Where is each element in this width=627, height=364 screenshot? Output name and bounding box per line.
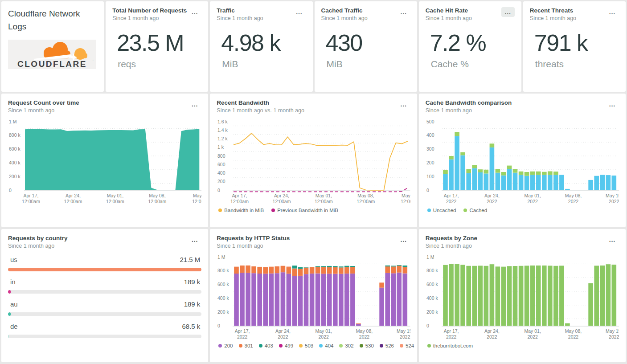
svg-text:2022: 2022 <box>527 334 538 339</box>
svg-text:200: 200 <box>426 160 434 165</box>
legend-item[interactable]: 526 <box>380 343 394 348</box>
card-subtitle: Since 1 month ago <box>321 15 368 21</box>
legend-item[interactable]: 499 <box>279 343 293 348</box>
card-recent-threats: Recent Threats Since 1 month ago … 791 k… <box>523 1 626 92</box>
svg-text:May 1: May 1 <box>402 193 410 198</box>
legend-label: 499 <box>285 343 293 348</box>
legend-item[interactable]: 503 <box>299 343 313 348</box>
legend-label: 530 <box>365 343 374 348</box>
zone-bar-chart[interactable]: 0200 k400 k600 k800 k1 MApr 17,2022Apr 2… <box>426 251 619 342</box>
country-bar-track <box>8 335 201 338</box>
svg-text:2022: 2022 <box>446 334 457 339</box>
card-total-requests: Total Number of Requests Since 1 month a… <box>106 1 208 92</box>
legend-label: Previous Bandwidth in MiB <box>277 208 338 213</box>
card-cache-hit-rate: Cache Hit Rate Since 1 month ago … 7.2 %… <box>419 1 521 92</box>
svg-text:1.6 k: 1.6 k <box>217 119 228 124</box>
legend-item[interactable]: 524 <box>400 343 414 348</box>
svg-text:12:00am: 12:00am <box>357 199 375 204</box>
country-bar-track <box>8 268 201 271</box>
country-value: 21.5 M <box>180 256 200 263</box>
chart-legend: Bandwidth in MiBPrevious Bandwidth in Mi… <box>217 208 410 213</box>
more-menu-icon[interactable]: … <box>188 7 201 17</box>
legend-item[interactable]: 302 <box>339 343 353 348</box>
legend-label: Uncached <box>433 208 456 213</box>
stat-unit: MiB <box>327 59 410 70</box>
svg-text:May 08,: May 08, <box>356 328 373 334</box>
legend-label: 200 <box>224 343 233 348</box>
legend-item[interactable]: theburritobot.com <box>427 343 473 348</box>
svg-text:0: 0 <box>426 323 429 328</box>
more-menu-icon[interactable]: … <box>501 7 515 17</box>
svg-text:400 k: 400 k <box>217 295 229 301</box>
legend-label: 301 <box>245 343 253 348</box>
legend-label: Bandwidth in MiB <box>224 208 264 213</box>
legend-dot-icon <box>380 344 383 348</box>
svg-text:0: 0 <box>217 188 220 193</box>
more-menu-icon[interactable]: … <box>397 235 410 245</box>
legend-item[interactable]: 530 <box>360 343 374 348</box>
request-count-area-chart[interactable]: 0200 k400 k600 k800 k1 MApr 17,12:00amAp… <box>8 115 201 207</box>
card-subtitle: Since 1 month ago <box>426 107 512 114</box>
country-row: us21.5 M <box>8 256 201 271</box>
country-row: de68.5 k <box>8 323 201 338</box>
svg-text:May 15,: May 15, <box>606 328 619 334</box>
cloudflare-logo-text: CLOUDFLARE <box>17 59 87 69</box>
card-requests-by-zone: Requests by Zone Since 1 month ago … 020… <box>419 229 626 362</box>
legend-dot-icon <box>259 344 262 348</box>
chart-legend: UncachedCached <box>426 208 619 213</box>
svg-text:May 01,: May 01, <box>524 193 541 198</box>
svg-text:May 08,: May 08, <box>565 328 581 334</box>
card-subtitle: Since 1 month ago <box>426 243 477 249</box>
svg-text:Apr 17,: Apr 17, <box>232 193 247 198</box>
card-subtitle: Since 1 month ago vs. 1 month ago <box>217 107 304 114</box>
svg-text:May 01,: May 01, <box>316 193 332 198</box>
svg-text:1 M: 1 M <box>9 119 17 124</box>
more-menu-icon[interactable]: … <box>606 7 619 17</box>
svg-text:2022: 2022 <box>527 199 538 204</box>
card-cached-traffic: Cached Traffic Since 1 month ago … 430 M… <box>315 1 417 92</box>
cloudflare-cloud-icon <box>34 42 87 61</box>
svg-text:400 k: 400 k <box>9 160 20 165</box>
more-menu-icon[interactable]: … <box>397 7 410 17</box>
card-title: Cache Hit Rate <box>426 7 472 14</box>
svg-text:Apr 17,: Apr 17, <box>443 193 459 198</box>
card-brand: Cloudflare Network Logs CLOUDFLARE ' <box>1 1 104 92</box>
legend-dot-icon <box>239 344 242 348</box>
dashboard-grid: Cloudflare Network Logs CLOUDFLARE ' <box>0 0 627 364</box>
legend-dot-icon <box>218 209 222 212</box>
legend-item[interactable]: Cached <box>463 208 487 213</box>
more-menu-icon[interactable]: … <box>188 235 201 245</box>
country-label: us <box>10 256 17 263</box>
svg-text:Apr 17,: Apr 17, <box>235 328 250 334</box>
legend-item[interactable]: Previous Bandwidth in MiB <box>271 208 338 213</box>
legend-item[interactable]: Uncached <box>427 208 456 213</box>
http-status-bar-chart[interactable]: 0200 k400 k600 k800 k1 MApr 17,2022Apr 2… <box>217 251 410 342</box>
more-menu-icon[interactable]: … <box>397 99 410 109</box>
country-row: in189 k <box>8 278 201 294</box>
card-title: Request Count over time <box>8 99 79 106</box>
legend-item[interactable]: 200 <box>218 343 233 348</box>
more-menu-icon[interactable]: … <box>188 99 201 109</box>
svg-text:0: 0 <box>426 188 429 193</box>
cache-bandwidth-bar-chart[interactable]: 0100200300400500Apr 17,2022Apr 24,2022Ma… <box>426 115 619 207</box>
country-bar-fill <box>8 312 11 316</box>
legend-item[interactable]: 301 <box>239 343 253 348</box>
svg-text:300: 300 <box>426 146 434 151</box>
stat-unit: MiB <box>222 59 306 70</box>
legend-item[interactable]: 403 <box>259 343 273 348</box>
svg-text:12:00am: 12:00am <box>273 199 291 204</box>
svg-text:400: 400 <box>217 170 225 176</box>
stat-unit: reqs <box>118 59 201 70</box>
legend-dot-icon <box>339 344 343 348</box>
legend-item[interactable]: Bandwidth in MiB <box>218 208 264 213</box>
chart-legend: 200301403499503404302530526524 <box>217 343 410 348</box>
bandwidth-line-chart[interactable]: 02004006008001 k1.2 k1.4 k1.6 kApr 17,12… <box>217 115 410 207</box>
svg-text:12:00a: 12:00a <box>401 199 410 204</box>
stat-value: 4.98 k <box>221 29 306 56</box>
country-value: 189 k <box>184 300 201 308</box>
legend-dot-icon <box>271 209 275 212</box>
more-menu-icon[interactable]: … <box>606 99 619 109</box>
more-menu-icon[interactable]: … <box>293 7 306 17</box>
legend-item[interactable]: 404 <box>319 343 333 348</box>
more-menu-icon[interactable]: … <box>606 235 619 245</box>
